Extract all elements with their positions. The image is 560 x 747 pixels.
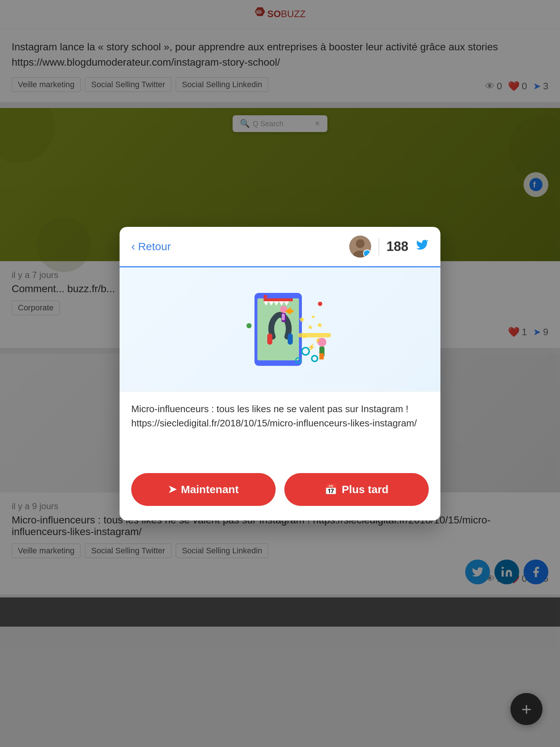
svg-text:★: ★	[307, 324, 313, 331]
share-modal: ‹ Retour 188	[120, 227, 440, 520]
svg-rect-51	[298, 333, 331, 337]
twitter-icon	[416, 238, 429, 255]
svg-text:⚡: ⚡	[307, 343, 316, 351]
svg-point-41	[356, 239, 365, 248]
svg-rect-54	[282, 314, 285, 320]
plus-tard-button[interactable]: 📅 Plus tard	[284, 473, 429, 506]
svg-point-64	[318, 302, 322, 306]
svg-rect-45	[264, 298, 293, 301]
avatar	[349, 236, 371, 258]
calendar-icon: 📅	[324, 483, 337, 495]
modal-illustration: ★ ★ ★ ★ ★	[211, 271, 349, 388]
svg-rect-58	[319, 353, 322, 360]
modal-overlay[interactable]: ‹ Retour 188	[0, 0, 560, 747]
svg-point-65	[246, 323, 252, 328]
svg-point-55	[291, 310, 293, 313]
svg-text:★: ★	[316, 321, 323, 329]
svg-point-61	[312, 356, 318, 361]
svg-rect-44	[257, 298, 299, 360]
modal-header-right: 188	[349, 236, 429, 258]
svg-rect-59	[322, 353, 324, 360]
modal-actions: ➤ Maintenant 📅 Plus tard	[120, 464, 440, 520]
follower-count: 188	[386, 239, 408, 254]
avatar-badge	[363, 249, 371, 258]
divider	[378, 238, 379, 255]
maintenant-label: Maintenant	[181, 483, 238, 496]
svg-text:⚡: ⚡	[315, 337, 321, 344]
svg-text:★: ★	[298, 315, 306, 324]
chevron-left-icon: ‹	[131, 240, 135, 253]
maintenant-button[interactable]: ➤ Maintenant	[131, 473, 276, 506]
modal-illustration-area: ★ ★ ★ ★ ★	[120, 267, 440, 391]
modal-content-text: Micro-influenceurs : tous les likes ne s…	[120, 391, 440, 464]
plus-tard-label: Plus tard	[342, 483, 388, 496]
send-icon: ➤	[168, 483, 176, 495]
modal-back-button[interactable]: ‹ Retour	[131, 240, 171, 253]
modal-header: ‹ Retour 188	[120, 227, 440, 267]
back-label: Retour	[138, 240, 171, 253]
svg-text:★: ★	[311, 314, 316, 320]
svg-point-63	[264, 295, 267, 298]
